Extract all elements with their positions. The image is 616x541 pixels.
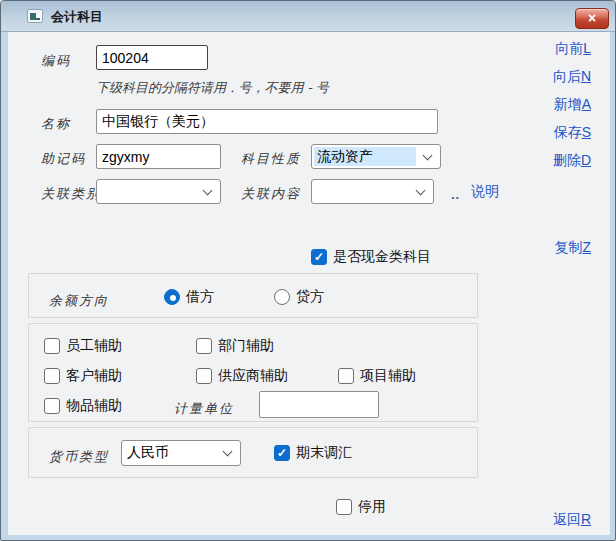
nav-forward-link[interactable]: 向前L	[555, 40, 591, 58]
nav-backward-link[interactable]: 向后N	[553, 68, 591, 86]
related-content-value	[314, 182, 409, 201]
goods-assist-row: 物品辅助	[44, 397, 122, 415]
related-category-select[interactable]	[96, 179, 221, 204]
debit-radio[interactable]	[164, 289, 180, 305]
name-label: 名称	[41, 115, 71, 133]
check-icon: ✓	[277, 446, 287, 460]
return-link[interactable]: 返回R	[553, 511, 591, 529]
customer-assist-row: 客户辅助	[44, 367, 122, 385]
supplier-assist-row: 供应商辅助	[196, 367, 288, 385]
mnemonic-input[interactable]	[96, 144, 221, 169]
period-end-adjust-checkbox[interactable]: ✓	[274, 445, 290, 461]
period-end-adjust-label: 期末调汇	[296, 444, 352, 462]
project-assist-label: 项目辅助	[360, 367, 416, 385]
chevron-down-icon	[203, 185, 213, 195]
titlebar[interactable]: 会计科目 ×	[1, 1, 615, 32]
related-category-value	[99, 182, 196, 201]
project-assist-checkbox[interactable]	[338, 368, 354, 384]
related-category-label: 关联类别	[41, 185, 101, 203]
explain-link[interactable]: 说明	[471, 183, 499, 201]
disable-row: 停用	[336, 498, 386, 516]
credit-radio[interactable]	[274, 289, 290, 305]
nature-value: 流动资产	[314, 147, 416, 166]
employee-assist-checkbox[interactable]	[44, 338, 60, 354]
name-input[interactable]	[96, 109, 438, 134]
mnemonic-label: 助记码	[41, 150, 86, 168]
related-content-label: 关联内容	[241, 185, 301, 203]
nature-select[interactable]: 流动资产	[311, 144, 441, 169]
customer-assist-label: 客户辅助	[66, 367, 122, 385]
chevron-down-icon	[416, 185, 426, 195]
save-link[interactable]: 保存S	[554, 124, 591, 142]
close-icon: ×	[588, 10, 596, 26]
department-assist-label: 部门辅助	[218, 337, 274, 355]
check-icon: ✓	[314, 250, 324, 264]
copy-link[interactable]: 复制Z	[554, 239, 591, 257]
supplier-assist-checkbox[interactable]	[196, 368, 212, 384]
department-assist-row: 部门辅助	[196, 337, 274, 355]
department-assist-checkbox[interactable]	[196, 338, 212, 354]
debit-label: 借方	[186, 288, 214, 306]
currency-select[interactable]: 人民币	[121, 440, 241, 466]
chevron-down-icon	[223, 447, 233, 457]
supplier-assist-label: 供应商辅助	[218, 367, 288, 385]
delete-link[interactable]: 删除D	[553, 152, 591, 170]
balance-direction-label: 余额方向	[49, 292, 109, 310]
goods-assist-label: 物品辅助	[66, 397, 122, 415]
currency-value: 人民币	[124, 443, 216, 463]
project-assist-row: 项目辅助	[338, 367, 416, 385]
employee-assist-label: 员工辅助	[66, 337, 122, 355]
form-icon	[27, 9, 43, 23]
close-button[interactable]: ×	[575, 8, 609, 29]
cash-flag-label: 是否现金类科目	[333, 248, 431, 266]
credit-radio-row: 贷方	[274, 288, 324, 306]
code-hint: 下级科目的分隔符请用 . 号，不要用 - 号	[96, 79, 329, 97]
disable-checkbox[interactable]	[336, 499, 352, 515]
unit-input[interactable]	[259, 391, 379, 418]
employee-assist-row: 员工辅助	[44, 337, 122, 355]
add-link[interactable]: 新增A	[554, 96, 591, 114]
dialog-window: 会计科目 × 向前L 向后N 新增A 保存S 删除D 复制Z 返回R 编码 下级…	[0, 0, 616, 541]
related-content-select[interactable]	[311, 179, 434, 204]
unit-label: 计量单位	[174, 400, 234, 418]
cash-flag-checkbox[interactable]: ✓	[311, 249, 327, 265]
disable-label: 停用	[358, 498, 386, 516]
more-options-button[interactable]: ..	[451, 187, 460, 202]
code-input[interactable]	[96, 45, 208, 70]
currency-label: 货币类型	[49, 448, 109, 466]
chevron-down-icon	[423, 150, 433, 160]
customer-assist-checkbox[interactable]	[44, 368, 60, 384]
code-label: 编码	[41, 52, 71, 70]
adjust-row: ✓ 期末调汇	[274, 444, 352, 462]
cash-flag-row: ✓ 是否现金类科目	[311, 248, 431, 266]
credit-label: 贷方	[296, 288, 324, 306]
debit-radio-row: 借方	[164, 288, 214, 306]
nature-label: 科目性质	[241, 150, 301, 168]
goods-assist-checkbox[interactable]	[44, 398, 60, 414]
window-title: 会计科目	[51, 8, 103, 26]
